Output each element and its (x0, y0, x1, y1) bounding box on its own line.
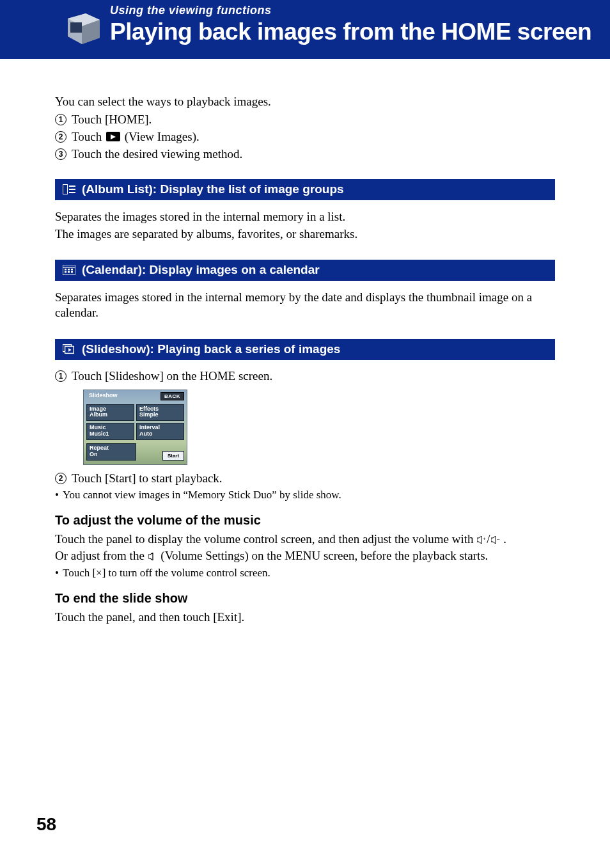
svg-rect-8 (69, 192, 75, 193)
slideshow-step-2: 2 Touch [Start] to start playback. (55, 471, 555, 485)
svg-marker-24 (148, 553, 153, 560)
body-text: Touch the panel to display the volume co… (55, 532, 555, 547)
step-number-icon: 2 (55, 131, 66, 143)
slideshow-screenshot: Slideshow BACK Image Album Effects Simpl… (83, 390, 187, 465)
body-text: Separates images stored in the internal … (55, 290, 555, 321)
text-fragment: Touch (72, 130, 105, 143)
svg-rect-15 (68, 271, 70, 273)
svg-rect-13 (71, 269, 73, 271)
ss-value: Music1 (90, 431, 131, 438)
step-number-icon: 1 (55, 114, 66, 125)
body-text: Touch the panel, and then touch [Exit]. (55, 610, 555, 625)
svg-marker-22 (491, 536, 496, 544)
step-number-icon: 3 (55, 148, 66, 160)
text-fragment: Touch the panel to display the volume co… (55, 532, 476, 546)
svg-rect-3 (70, 22, 82, 33)
bullet-text: You cannot view images in “Memory Stick … (63, 489, 341, 501)
slideshow-step-1: 1 Touch [Slideshow] on the HOME screen. (55, 369, 555, 383)
intro-text: You can select the ways to playback imag… (55, 94, 555, 109)
ss-value: On (90, 452, 133, 458)
text-fragment: (View Images). (121, 130, 199, 143)
section-bar-slideshow: (Slideshow): Playing back a series of im… (55, 339, 555, 360)
body-text: Separates the images stored in the inter… (55, 209, 555, 225)
svg-rect-7 (69, 189, 75, 190)
ss-cell-interval: Interval Auto (136, 423, 184, 440)
svg-text:+: + (483, 536, 486, 542)
text-fragment: . (501, 532, 507, 546)
svg-marker-20 (477, 536, 481, 544)
ss-value: Album (90, 412, 131, 418)
section-bar-text: (Album List): Display the list of image … (82, 182, 344, 196)
step-number-icon: 2 (55, 473, 66, 484)
bullet-note: • Touch [×] to turn off the volume contr… (55, 567, 555, 580)
step-text: Touch (View Images). (72, 130, 555, 144)
view-images-icon (106, 132, 120, 141)
album-list-icon (63, 184, 75, 194)
text-fragment: (Volume Settings) on the MENU screen, be… (158, 549, 489, 562)
volume-plus-icon: + (477, 536, 486, 544)
ss-cell-music: Music Music1 (86, 423, 134, 440)
svg-rect-5 (63, 185, 67, 194)
svg-rect-16 (71, 271, 73, 273)
subheading-end: To end the slide show (55, 591, 555, 606)
subheading-volume: To adjust the volume of the music (55, 513, 555, 528)
svg-rect-14 (65, 271, 66, 273)
step-text: Touch [Slideshow] on the HOME screen. (72, 369, 555, 383)
ss-cell-image: Image Album (86, 404, 134, 422)
bullet-dot: • (55, 567, 59, 580)
step-text: Touch the desired viewing method. (72, 147, 555, 161)
calendar-icon (63, 265, 75, 275)
step-text: Touch [HOME]. (72, 113, 555, 127)
svg-rect-11 (65, 269, 66, 271)
text-fragment: Or adjust from the (55, 549, 148, 562)
page-header-banner: Using the viewing functions Playing back… (0, 0, 610, 59)
step-2: 2 Touch (View Images). (55, 130, 555, 144)
step-text: Touch [Start] to start playback. (72, 471, 555, 485)
svg-rect-12 (68, 269, 70, 271)
section-bar-text: (Slideshow): Playing back a series of im… (82, 342, 340, 356)
page-title: Playing back images from the HOME screen (110, 19, 610, 46)
body-text: Or adjust from the (Volume Settings) on … (55, 548, 555, 564)
step-1: 1 Touch [HOME]. (55, 113, 555, 127)
ss-cell-effects: Effects Simple (136, 404, 184, 422)
svg-text:–: – (497, 536, 500, 542)
body-text: The images are separated by albums, favo… (55, 226, 555, 242)
bullet-note: • You cannot view images in “Memory Stic… (55, 489, 555, 501)
section-bar-calendar: (Calendar): Display images on a calendar (55, 260, 555, 281)
ss-cell-repeat: Repeat On (86, 443, 136, 461)
monitor-cube-icon (63, 6, 105, 48)
ss-title: Slideshow (89, 392, 118, 400)
ss-value: Auto (139, 431, 181, 438)
bullet-dot: • (55, 489, 59, 501)
svg-rect-6 (69, 185, 75, 187)
ss-back-button: BACK (160, 392, 184, 400)
section-bar-album-list: (Album List): Display the list of image … (55, 179, 555, 200)
volume-icon (148, 553, 157, 560)
page-number: 58 (36, 814, 56, 835)
page-content: You can select the ways to playback imag… (0, 59, 610, 625)
ss-value: Simple (139, 412, 181, 418)
step-number-icon: 1 (55, 370, 66, 382)
bullet-text: Touch [×] to turn off the volume control… (63, 567, 270, 580)
step-3: 3 Touch the desired viewing method. (55, 147, 555, 161)
volume-minus-icon: – (491, 536, 500, 544)
ss-start-button: Start (162, 451, 184, 461)
slideshow-icon (63, 344, 75, 354)
section-bar-text: (Calendar): Display images on a calendar (82, 263, 320, 277)
section-category: Using the viewing functions (110, 4, 610, 17)
